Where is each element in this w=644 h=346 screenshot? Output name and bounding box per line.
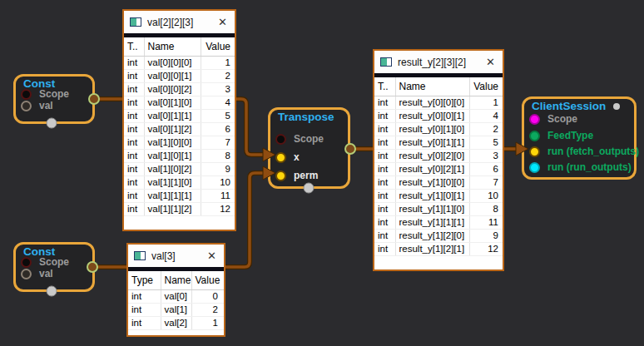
port-val: val	[21, 100, 53, 111]
port-dot-val[interactable]	[21, 101, 32, 111]
col-header-type: T..	[374, 77, 395, 96]
table-row: intval[0][0][1]2	[124, 69, 236, 82]
port-dot-scope[interactable]	[275, 134, 286, 145]
col-header-name: Name	[161, 271, 191, 289]
port-dot-x[interactable]	[275, 152, 286, 163]
table-titlebar[interactable]: result_y[2][3][2] ✕	[374, 51, 503, 73]
node-title: ClientSession	[532, 100, 620, 112]
table-row: intval[1][1][2]12	[124, 202, 236, 215]
col-header-name: Name	[144, 37, 201, 56]
table-window-val3[interactable]: val[3] ✕ Type Name Value intval[0]0intva…	[126, 243, 225, 337]
col-header-value: Value	[191, 271, 224, 289]
table-row: intresult_y[1][1][1]11	[374, 215, 504, 229]
table-row: intval[1][0][1]8	[124, 149, 236, 162]
table-row: intresult_y[1][0][1]10	[374, 189, 504, 202]
col-header-type: T..	[124, 37, 144, 56]
table-icon	[134, 251, 146, 260]
table-row: intval[1][0][0]7	[124, 136, 236, 149]
table-row: intresult_y[1][2][0]9	[374, 229, 504, 242]
node-clientsession[interactable]: ClientSession Scope FeedType run (fetch_…	[522, 96, 637, 180]
value-table: T.. Name Value intresult_y[0][0][0]1intr…	[374, 77, 504, 256]
port-x: x	[275, 151, 300, 163]
port-dot-val[interactable]	[21, 269, 32, 279]
col-header-name: Name	[395, 77, 469, 96]
collapse-handle-transpose[interactable]	[304, 183, 315, 194]
port-scope: Scope	[529, 113, 577, 125]
close-icon[interactable]: ✕	[484, 56, 497, 68]
table-row: intresult_y[1][2][1]12	[374, 242, 504, 255]
output-port-const-1[interactable]	[88, 93, 100, 105]
table-row: intresult_y[0][0][1]4	[374, 109, 504, 122]
port-feedtype: FeedType	[529, 130, 593, 141]
table-icon	[380, 57, 392, 67]
table-titlebar[interactable]: val[3] ✕	[128, 245, 224, 267]
col-header-value: Value	[201, 37, 236, 56]
port-dot-run-run[interactable]	[529, 162, 540, 173]
graph-canvas[interactable]: Const Scope val Const Scope val Transpos…	[0, 0, 644, 346]
table-row: intval[0]0	[128, 289, 224, 303]
port-scope: Scope	[21, 88, 69, 100]
port-dot-scope[interactable]	[21, 257, 32, 268]
node-const-1[interactable]: Const Scope val	[13, 74, 95, 124]
table-row: intval[2]1	[128, 316, 224, 329]
table-row: intresult_y[0][2][0]3	[374, 149, 504, 162]
table-row: intval[1]2	[128, 303, 224, 316]
table-row: intresult_y[1][1][0]8	[374, 202, 504, 215]
table-row: intresult_y[0][1][0]2	[374, 122, 504, 136]
close-icon[interactable]: ✕	[216, 16, 229, 28]
table-title: val[2][2][3]	[147, 17, 211, 28]
collapse-handle-const-1[interactable]	[47, 118, 57, 129]
port-dot-scope[interactable]	[529, 114, 540, 125]
table-row: intval[1][1][0]10	[124, 175, 236, 189]
table-row: intval[1][0][2]9	[124, 162, 236, 175]
node-const-2[interactable]: Const Scope val	[13, 242, 95, 292]
port-dot-run-fetch[interactable]	[529, 146, 540, 157]
status-dot	[613, 103, 620, 110]
port-perm: perm	[275, 170, 318, 181]
port-val: val	[21, 268, 53, 279]
output-port-const-2[interactable]	[87, 261, 98, 273]
table-window-result-y[interactable]: result_y[2][3][2] ✕ T.. Name Value intre…	[373, 49, 504, 271]
port-scope: Scope	[21, 256, 69, 268]
table-title: result_y[2][3][2]	[398, 57, 478, 68]
close-icon[interactable]: ✕	[206, 250, 218, 262]
port-dot-scope[interactable]	[21, 89, 32, 100]
table-row: intval[1][1][1]11	[124, 189, 236, 202]
table-icon	[130, 17, 141, 27]
value-table: T.. Name Value intval[0][0][0]1intval[0]…	[124, 37, 236, 216]
table-row: intval[0][0][0]1	[124, 56, 236, 69]
table-row: intresult_y[0][2][1]6	[374, 162, 504, 175]
table-row: intresult_y[1][0][0]7	[374, 175, 504, 189]
table-row: intval[0][1][0]4	[124, 96, 236, 109]
col-header-value: Value	[469, 77, 504, 96]
col-header-type: Type	[128, 271, 161, 289]
table-row: intval[0][0][2]3	[124, 82, 236, 96]
node-transpose[interactable]: Transpose Scope x perm	[268, 107, 350, 189]
node-title: Transpose	[278, 111, 334, 123]
table-row: intval[0][1][2]6	[124, 122, 236, 136]
table-row: intval[0][1][1]5	[124, 109, 236, 122]
table-titlebar[interactable]: val[2][2][3] ✕	[124, 11, 235, 33]
collapse-handle-const-2[interactable]	[47, 286, 57, 297]
port-run-run-outputs: run (run_outputs)	[529, 161, 632, 173]
table-row: intresult_y[0][1][1]5	[374, 136, 504, 149]
table-window-val223[interactable]: val[2][2][3] ✕ T.. Name Value intval[0][…	[122, 9, 236, 231]
port-dot-perm[interactable]	[275, 171, 286, 181]
port-dot-feedtype[interactable]	[529, 131, 540, 141]
value-table: Type Name Value intval[0]0intval[1]2intv…	[128, 271, 224, 330]
table-title: val[3]	[151, 250, 200, 262]
port-scope: Scope	[275, 133, 324, 145]
output-port-transpose[interactable]	[344, 143, 356, 155]
port-run-fetch-outputs: run (fetch_outputs)	[529, 146, 639, 157]
table-row: intresult_y[0][0][0]1	[374, 96, 504, 109]
